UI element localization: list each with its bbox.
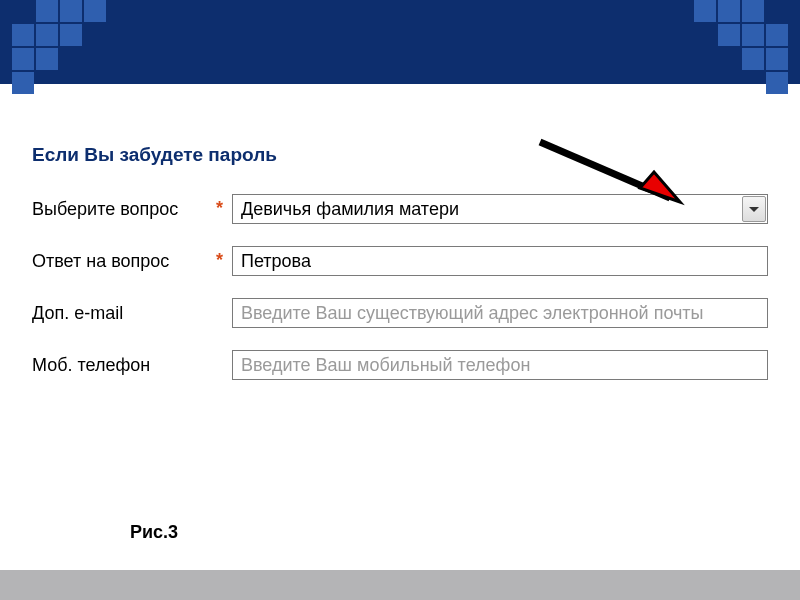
label-email: Доп. e-mail (32, 303, 216, 324)
decorative-squares-right (694, 0, 788, 94)
label-phone: Моб. телефон (32, 355, 216, 376)
input-placeholder: Введите Ваш существующий адрес электронн… (241, 303, 704, 324)
row-phone: Моб. телефон Введите Ваш мобильный телеф… (32, 350, 768, 380)
bottom-bar (0, 570, 800, 600)
select-value: Девичья фамилия матери (241, 199, 459, 220)
decorative-squares-left (12, 0, 106, 94)
label-answer: Ответ на вопрос (32, 251, 216, 272)
section-title: Если Вы забудете пароль (32, 144, 768, 166)
label-question: Выберите вопрос (32, 199, 216, 220)
required-marker: * (216, 198, 232, 219)
row-answer: Ответ на вопрос * Петрова (32, 246, 768, 276)
row-email: Доп. e-mail Введите Ваш существующий адр… (32, 298, 768, 328)
email-input[interactable]: Введите Ваш существующий адрес электронн… (232, 298, 768, 328)
header-banner (0, 0, 800, 84)
input-value: Петрова (241, 251, 311, 272)
chevron-down-icon[interactable] (742, 196, 766, 222)
input-placeholder: Введите Ваш мобильный телефон (241, 355, 530, 376)
security-answer-input[interactable]: Петрова (232, 246, 768, 276)
figure-label: Рис.3 (130, 522, 178, 543)
security-question-select[interactable]: Девичья фамилия матери (232, 194, 768, 224)
phone-input[interactable]: Введите Ваш мобильный телефон (232, 350, 768, 380)
form-container: Если Вы забудете пароль Выберите вопрос … (0, 84, 800, 380)
required-marker: * (216, 250, 232, 271)
row-question: Выберите вопрос * Девичья фамилия матери (32, 194, 768, 224)
